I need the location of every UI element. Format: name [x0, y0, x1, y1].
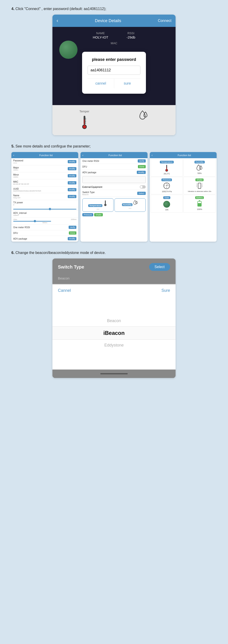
modify-name-btn[interactable]: Modify	[68, 195, 76, 198]
temp-col: Temper	[57, 110, 112, 130]
thermometer-icon	[79, 115, 90, 130]
select-btn2[interactable]: Select	[137, 192, 146, 195]
cannel-button[interactable]: Cannel	[58, 288, 71, 293]
humidity-icon	[138, 110, 149, 122]
state-indicator	[163, 201, 170, 208]
sure-button[interactable]: sure	[114, 79, 141, 88]
step4-phone: ‹ Device Details Connect NAME HOLY-IOT R…	[52, 14, 176, 135]
battery-icon	[197, 200, 202, 207]
screen2-back[interactable]: ‹	[82, 154, 83, 157]
adv-btn2[interactable]: Modify	[137, 171, 146, 174]
list-item: NameHoly-IOT Modify	[12, 193, 78, 200]
tx-power-slider	[12, 207, 78, 211]
list-item: One meter RSSI Verify	[80, 158, 147, 164]
svg-rect-8	[105, 200, 106, 204]
dialog-title: please enter password	[88, 57, 140, 62]
screen2-header: ‹ Function list	[80, 152, 147, 158]
humid-cell: Humidity 59%	[183, 159, 216, 176]
sensor-readings-grid: Temperature 29.2°C Humidity 59%	[150, 158, 216, 213]
option-beacon[interactable]: Beacon	[52, 315, 176, 326]
temp-humid-section: Temper	[52, 105, 176, 135]
name-col: NAME HOLY-IOT	[93, 32, 108, 39]
list-item: MACE8:96:0F:5E:DD:5F Modify	[12, 180, 78, 186]
shake-cell: Shake Vibration is detected within 20s	[183, 177, 216, 194]
svg-rect-29	[199, 200, 200, 202]
list-item: ADV package Modify	[80, 170, 147, 175]
modify-mac-btn[interactable]: Modify	[68, 181, 76, 184]
screen3-back[interactable]: ‹	[152, 154, 152, 157]
device-info-row: NAME HOLY-IOT RSSI -29db	[57, 32, 171, 39]
svg-rect-12	[166, 167, 167, 170]
back-button[interactable]: ‹	[56, 18, 58, 24]
step5-screens: ‹ Function list Password•••••• Modify Ma…	[12, 152, 216, 242]
bottom-bar	[52, 370, 176, 378]
pressure-badge: Pressure	[82, 213, 93, 216]
device-icon	[59, 40, 78, 59]
option-ibeacon[interactable]: iBeacon	[52, 326, 176, 340]
beacon-sublabel: Beacon	[52, 276, 176, 284]
temperature-card: Temperature ----	[82, 198, 114, 212]
modify-major-btn[interactable]: Modify	[68, 167, 76, 170]
screen3-header: ‹ Function list	[150, 152, 216, 158]
picker-area: Beacon iBeacon Eddystone	[52, 296, 176, 370]
adv-interval-slider: 10ms1000ms 500ms	[12, 218, 78, 224]
picker-options: Beacon iBeacon Eddystone	[52, 315, 176, 351]
modify-minor-btn[interactable]: Modify	[68, 174, 76, 177]
switch-type-label: Switch Type	[58, 264, 84, 270]
device-header: ‹ Device Details Connect	[52, 14, 176, 27]
state-cell: State ON	[151, 195, 183, 212]
screen1-title: Function list	[16, 154, 76, 156]
external-equipment-row: External Equipment	[80, 184, 147, 190]
step5-instruction: 5. See more details and confirgue the pa…	[12, 144, 216, 148]
svg-rect-30	[198, 203, 201, 206]
svg-point-13	[166, 170, 168, 171]
screen2-title: Function list	[85, 154, 146, 156]
list-item: DFU Done	[12, 230, 78, 236]
temp-mini-icon	[103, 200, 108, 206]
dfu-done-btn[interactable]: Done	[69, 232, 76, 234]
list-item: ADV package Modify	[12, 236, 78, 242]
switch-type-row: Switch Type Beacon Select	[80, 190, 147, 197]
pressure-cell: Pressure 100274 Pa	[151, 177, 183, 194]
sure-button[interactable]: Sure	[162, 288, 170, 293]
pressure-icon	[163, 182, 170, 190]
step6-instruction: 6. Change the beacon/ibeacon/eddystone m…	[12, 251, 216, 255]
password-input[interactable]	[88, 66, 140, 75]
temp-label: Temper	[57, 110, 112, 113]
shake-icon	[196, 182, 203, 190]
svg-rect-21	[198, 183, 201, 188]
step6-phone: Switch Type Select Beacon Cannel Sure Be…	[52, 258, 176, 378]
step4-instruction: 4. Click "Connect" , enter password (def…	[12, 7, 216, 11]
password-dialog: please enter password cannel sure	[82, 52, 146, 94]
list-item: Password•••••• Modify	[12, 158, 78, 165]
battery-cell: Battery 100%	[183, 195, 216, 212]
dfu-btn2[interactable]: Done	[138, 165, 146, 168]
humid-mini-icon	[133, 200, 138, 206]
modify-uuid-btn[interactable]: Modify	[68, 188, 76, 191]
screen1-header: ‹ Function list	[12, 152, 78, 158]
name-value: HOLY-IOT	[93, 35, 108, 39]
verify-rssi-btn[interactable]: Verify	[69, 226, 76, 229]
screen2: ‹ Function list One meter RSSI Verify DF…	[80, 152, 147, 242]
verify-btn2[interactable]: Verify	[138, 159, 146, 162]
rssi-label: RSSI	[126, 32, 135, 35]
list-item: DFU Done	[80, 164, 147, 170]
modify-password-btn[interactable]: Modify	[68, 160, 76, 163]
dialog-buttons: cannel sure	[88, 78, 140, 88]
option-eddystone[interactable]: Eddystone	[52, 340, 176, 351]
external-toggle[interactable]	[140, 185, 146, 188]
select-button[interactable]: Select	[149, 263, 170, 271]
svg-rect-2	[84, 120, 84, 124]
name-label: NAME	[93, 32, 108, 35]
cancel-button[interactable]: cannel	[88, 79, 114, 88]
list-item: TX power0	[12, 200, 78, 207]
adv-modify-btn[interactable]: Modify	[68, 237, 76, 240]
screen1-back[interactable]: ‹	[13, 154, 14, 157]
list-item: ADV_interval100ms	[12, 211, 78, 218]
device-body: NAME HOLY-IOT RSSI -29db MAC please ente…	[52, 27, 176, 105]
home-indicator	[100, 373, 128, 374]
connect-button[interactable]: Connect	[158, 19, 172, 23]
list-item: UUIDbba50093a4e241bfa1c4b4e607647825 Mod…	[12, 186, 78, 193]
shake-badge: Shake	[94, 213, 103, 216]
humidity-col	[116, 110, 171, 130]
